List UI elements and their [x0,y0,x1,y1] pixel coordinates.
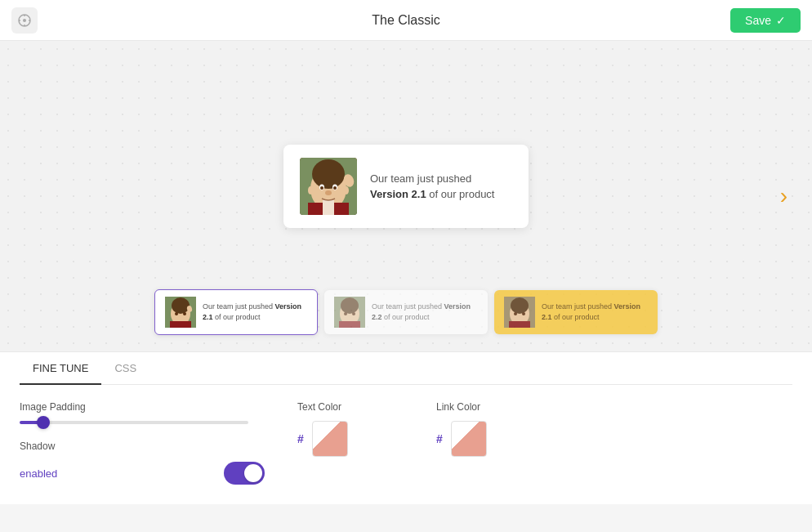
thumb-avatar-3 [504,297,535,328]
thumb-text-1: Our team just pushed Version 2.1 of our … [203,302,307,322]
shadow-status: enabled [20,467,57,480]
tab-fine-tune[interactable]: FINE TUNE [20,352,101,384]
svg-rect-35 [509,321,530,328]
bottom-panel: FINE TUNE CSS Image Padding Shadow enabl… [0,351,812,504]
shadow-toggle[interactable] [224,462,265,485]
thumbnail-strip: Our team just pushed Version 2.1 of our … [154,289,658,335]
link-color-hash: # [436,432,443,445]
tabs: FINE TUNE CSS [20,352,792,385]
svg-point-1 [23,19,26,22]
text-color-swatch[interactable] [312,421,348,457]
image-padding-label: Image Padding [20,401,248,413]
svg-rect-29 [339,321,360,328]
thumbnail-card-3[interactable]: Our team just pushed Version 2.1 of our … [494,290,658,334]
svg-rect-22 [170,321,191,328]
svg-point-23 [175,312,178,315]
link-color-swatch[interactable] [451,421,487,457]
thumb-text-3: Our team just pushed Version 2.1 of our … [542,302,648,322]
thumb-avatar-1 [165,297,196,328]
canvas-area: Our team just pushed Version 2.1 of our … [0,41,812,351]
svg-point-8 [312,159,345,189]
thumb-text-2: Our team just pushed Version 2.2 of our … [372,302,478,322]
svg-point-14 [333,186,337,190]
text-color-hash: # [297,432,304,445]
text-color-label: Text Color [297,401,404,413]
text-color-section: Text Color # [297,401,404,457]
svg-point-28 [341,297,359,314]
svg-point-31 [352,312,355,315]
image-padding-slider[interactable] [20,421,248,424]
thumbnail-card-2[interactable]: Our team just pushed Version 2.2 of our … [324,290,488,334]
svg-point-21 [172,297,190,314]
thumbnail-card-1[interactable]: Our team just pushed Version 2.1 of our … [154,289,318,335]
svg-point-30 [344,312,347,315]
svg-point-36 [514,312,517,315]
svg-point-37 [522,312,525,315]
link-color-label: Link Color [436,401,542,413]
main-preview-card: Our team just pushed Version 2.1 of our … [283,145,529,228]
image-padding-group: Image Padding [20,401,248,424]
shadow-label: Shadow [20,440,265,452]
svg-rect-10 [323,200,334,215]
avatar [300,158,357,215]
link-color-section: Link Color # [436,401,542,457]
svg-point-15 [325,190,332,195]
svg-point-13 [320,186,323,190]
svg-point-24 [183,312,186,315]
text-color-input-group: # [297,421,404,457]
avatar-image [300,158,357,215]
thumb-avatar-2 [334,297,365,328]
page-title: The Classic [372,13,440,28]
next-arrow[interactable]: › [780,185,787,208]
shadow-row: enabled [20,462,265,485]
svg-point-16 [308,186,313,194]
main-preview-text: Our team just pushed Version 2.1 of our … [370,171,512,203]
svg-point-34 [511,297,529,314]
header: The Classic Save [0,0,812,41]
svg-point-17 [344,186,349,194]
save-button[interactable]: Save [730,8,801,33]
link-color-input-group: # [436,421,542,457]
toggle-knob [244,464,262,482]
logo-icon [11,7,38,34]
controls-row: Image Padding Shadow enabled Text Color … [20,401,792,485]
tab-css[interactable]: CSS [101,352,149,384]
shadow-group: Shadow enabled [20,440,265,485]
